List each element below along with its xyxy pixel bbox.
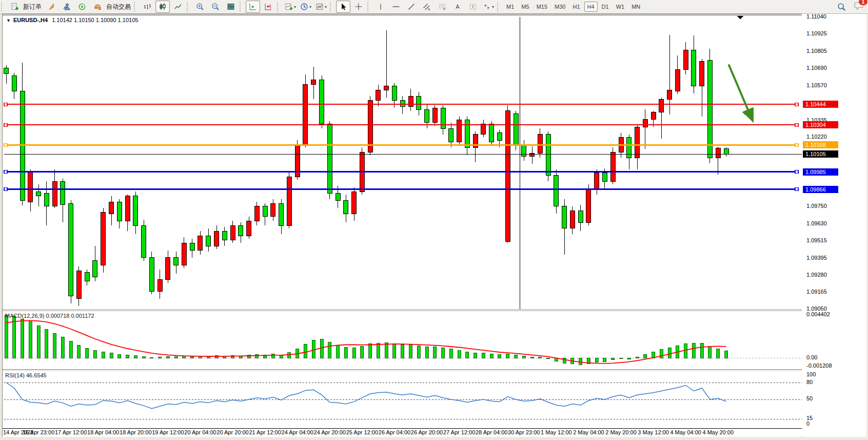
candle[interactable] xyxy=(214,225,219,249)
candle[interactable] xyxy=(692,35,696,93)
candle[interactable] xyxy=(700,59,704,117)
candle[interactable] xyxy=(562,199,567,255)
candle[interactable] xyxy=(109,196,114,225)
candle[interactable] xyxy=(327,121,332,199)
candle[interactable] xyxy=(20,63,25,205)
candle[interactable] xyxy=(287,173,291,228)
candle[interactable] xyxy=(595,169,599,195)
toolbar-grip[interactable] xyxy=(134,2,139,11)
candle[interactable] xyxy=(554,169,559,214)
candle[interactable] xyxy=(44,181,49,225)
data-window-button[interactable] xyxy=(60,1,74,13)
candle[interactable] xyxy=(457,117,462,144)
horizontal-line-object[interactable] xyxy=(4,170,798,174)
add-indicator-button[interactable]: ▾ xyxy=(283,1,298,13)
timeframe-w1[interactable]: W1 xyxy=(613,2,628,12)
templates-button[interactable]: ▾ xyxy=(314,1,328,13)
candle[interactable] xyxy=(93,246,97,281)
timeframe-d1[interactable]: D1 xyxy=(599,2,612,12)
candle[interactable] xyxy=(133,192,138,234)
candle[interactable] xyxy=(707,49,712,163)
candle[interactable] xyxy=(667,35,672,114)
vertical-line-tool-button[interactable] xyxy=(373,1,388,13)
zoom-out-button[interactable] xyxy=(208,1,223,13)
chart-menu-triangle-icon[interactable]: ▼ xyxy=(6,18,11,23)
candle[interactable] xyxy=(352,187,357,221)
toolbar-grip[interactable] xyxy=(277,2,282,11)
trendline-tool-button[interactable] xyxy=(404,1,419,13)
candlestick-chart-button[interactable] xyxy=(155,1,170,13)
candle[interactable] xyxy=(206,228,211,252)
candle[interactable] xyxy=(530,146,535,164)
candle[interactable] xyxy=(408,89,413,111)
candle[interactable] xyxy=(61,179,65,223)
bar-chart-button[interactable] xyxy=(140,1,154,13)
candle[interactable] xyxy=(538,128,542,158)
timeframe-m1[interactable]: M1 xyxy=(503,2,517,12)
candle[interactable] xyxy=(254,202,259,225)
candle[interactable] xyxy=(36,184,41,206)
candle[interactable] xyxy=(570,206,575,234)
horizontal-line-object[interactable] xyxy=(4,143,798,146)
fibonacci-tool-button[interactable]: F xyxy=(435,1,449,13)
crosshair-tool-button[interactable] xyxy=(351,1,366,13)
price-chart-canvas[interactable] xyxy=(0,0,868,440)
toolbar-grip[interactable] xyxy=(367,2,372,11)
channel-tool-button[interactable]: E xyxy=(420,1,434,13)
candle[interactable] xyxy=(441,105,445,135)
candle[interactable] xyxy=(311,67,316,99)
timeframe-m30[interactable]: M30 xyxy=(551,2,568,12)
candle[interactable] xyxy=(263,203,267,225)
candle[interactable] xyxy=(69,200,73,303)
candle[interactable] xyxy=(239,222,243,243)
toolbar-grip[interactable] xyxy=(187,2,191,11)
horizontal-line-tool-button[interactable] xyxy=(389,1,403,13)
line-chart-button[interactable] xyxy=(171,1,185,13)
candle[interactable] xyxy=(149,252,154,294)
candle[interactable] xyxy=(659,98,664,139)
candle[interactable] xyxy=(28,169,33,212)
tile-windows-button[interactable] xyxy=(224,1,238,13)
candle[interactable] xyxy=(610,147,615,184)
trend-arrow-annotation[interactable] xyxy=(729,65,751,117)
timeframe-m15[interactable]: M15 xyxy=(534,2,550,12)
candle[interactable] xyxy=(368,96,372,155)
candle[interactable] xyxy=(465,117,469,155)
candle[interactable] xyxy=(481,120,486,137)
candle[interactable] xyxy=(303,74,308,148)
candle[interactable] xyxy=(683,42,688,74)
autotrading-label[interactable]: 自动交易 xyxy=(106,3,131,11)
toolbar-grip[interactable] xyxy=(240,2,244,11)
text-tool-button[interactable]: A xyxy=(450,1,465,13)
price-axis[interactable]: 1.110401.109251.108051.106901.105701.103… xyxy=(802,14,866,437)
notifications-button[interactable]: 1 xyxy=(854,2,864,12)
text-label-tool-button[interactable]: T xyxy=(466,1,480,13)
search-button[interactable] xyxy=(834,1,849,13)
candle[interactable] xyxy=(295,140,300,180)
candle[interactable] xyxy=(546,131,550,181)
profile-button[interactable] xyxy=(44,1,58,13)
candle[interactable] xyxy=(190,239,194,258)
candle[interactable] xyxy=(117,199,122,228)
candle[interactable] xyxy=(635,124,640,170)
candle[interactable] xyxy=(12,73,16,99)
candle[interactable] xyxy=(376,85,381,107)
candle[interactable] xyxy=(222,227,227,246)
candle[interactable] xyxy=(166,251,170,283)
candle[interactable] xyxy=(522,140,526,161)
candle[interactable] xyxy=(716,147,720,175)
candle[interactable] xyxy=(578,205,583,231)
zoom-in-button[interactable] xyxy=(193,1,207,13)
candle[interactable] xyxy=(157,270,162,299)
candle[interactable] xyxy=(627,135,632,170)
candle[interactable] xyxy=(4,65,9,84)
candle[interactable] xyxy=(85,270,89,285)
candle[interactable] xyxy=(271,199,275,221)
candle[interactable] xyxy=(101,208,106,273)
toolbar-grip[interactable] xyxy=(330,2,334,11)
horizontal-line-object[interactable] xyxy=(4,123,798,126)
candle[interactable] xyxy=(586,184,591,225)
candle[interactable] xyxy=(320,75,324,128)
autotrading-button[interactable] xyxy=(90,1,105,13)
candle[interactable] xyxy=(198,231,203,255)
